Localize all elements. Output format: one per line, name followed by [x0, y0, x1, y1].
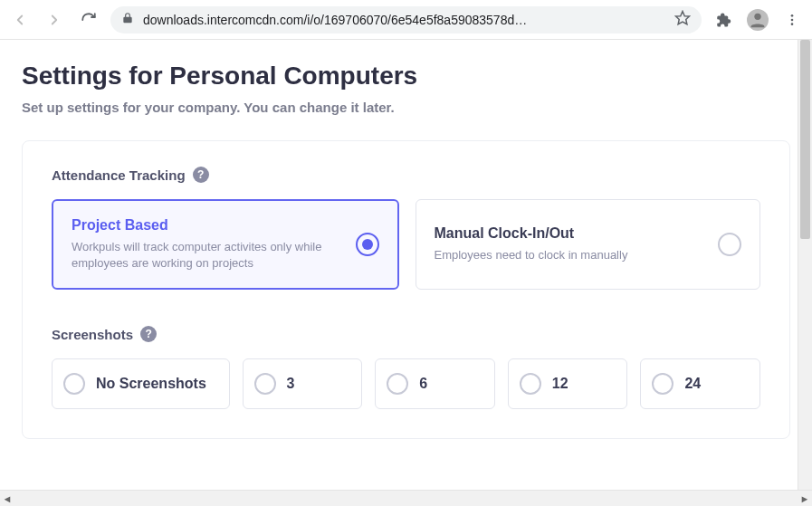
page-subtitle: Set up settings for your company. You ca… — [22, 100, 790, 115]
menu-icon[interactable] — [779, 7, 805, 33]
option-desc: Employees need to clock in manually — [435, 247, 704, 263]
help-icon[interactable]: ? — [140, 326, 157, 342]
page-title: Settings for Personal Computers — [22, 62, 790, 91]
option-label: No Screenshots — [96, 376, 206, 392]
radio-icon — [652, 373, 673, 395]
screenshot-option-6[interactable]: 6 — [375, 358, 495, 409]
option-label: 12 — [552, 376, 568, 392]
address-bar[interactable]: downloads.intercomcdn.com/i/o/169706070/… — [110, 6, 702, 33]
option-project-based[interactable]: Project Based Workpuls will track comput… — [52, 199, 399, 290]
forward-button[interactable] — [42, 7, 67, 33]
svg-point-1 — [754, 13, 760, 19]
screenshot-option-12[interactable]: 12 — [508, 358, 628, 409]
screenshots-label-text: Screenshots — [52, 327, 133, 342]
vertical-scrollbar[interactable] — [798, 40, 812, 490]
option-label: 6 — [419, 376, 427, 392]
svg-marker-0 — [676, 12, 690, 24]
browser-toolbar: downloads.intercomcdn.com/i/o/169706070/… — [0, 0, 812, 40]
option-title: Project Based — [72, 217, 341, 234]
svg-point-3 — [791, 18, 794, 21]
screenshots-options: No Screenshots 3 6 12 24 — [52, 358, 760, 409]
screenshot-option-24[interactable]: 24 — [640, 358, 760, 409]
option-label: 24 — [684, 376, 701, 392]
scroll-right-arrow[interactable]: ► — [798, 493, 812, 504]
screenshot-option-3[interactable]: 3 — [243, 358, 363, 409]
url-text: downloads.intercomcdn.com/i/o/169706070/… — [143, 13, 665, 27]
attendance-label: Attendance Tracking ? — [52, 167, 760, 183]
radio-icon — [520, 373, 541, 395]
settings-card: Attendance Tracking ? Project Based Work… — [22, 140, 790, 439]
star-icon[interactable] — [674, 10, 691, 29]
radio-icon — [718, 233, 741, 256]
screenshot-option-none[interactable]: No Screenshots — [52, 358, 230, 409]
profile-avatar[interactable] — [745, 7, 770, 33]
attendance-options: Project Based Workpuls will track comput… — [52, 199, 760, 290]
back-button[interactable] — [7, 7, 33, 33]
horizontal-scrollbar[interactable]: ◄ ► — [0, 490, 812, 506]
screenshots-label: Screenshots ? — [52, 326, 760, 342]
attendance-label-text: Attendance Tracking — [52, 167, 186, 183]
radio-icon — [387, 373, 408, 395]
help-icon[interactable]: ? — [193, 167, 209, 183]
extensions-icon[interactable] — [711, 7, 736, 33]
option-title: Manual Clock-In/Out — [435, 225, 704, 242]
radio-icon — [63, 373, 85, 395]
lock-icon — [121, 12, 134, 27]
reload-button[interactable] — [76, 7, 101, 33]
svg-point-4 — [791, 23, 794, 25]
option-manual-clock[interactable]: Manual Clock-In/Out Employees need to cl… — [416, 199, 761, 290]
page-viewport: Settings for Personal Computers Set up s… — [0, 40, 812, 490]
radio-icon — [356, 233, 379, 256]
option-label: 3 — [287, 376, 295, 392]
radio-icon — [254, 373, 276, 395]
scroll-left-arrow[interactable]: ◄ — [0, 493, 14, 504]
scrollbar-thumb[interactable] — [800, 40, 810, 239]
svg-point-2 — [791, 14, 794, 17]
option-desc: Workpuls will track computer activites o… — [72, 239, 341, 272]
